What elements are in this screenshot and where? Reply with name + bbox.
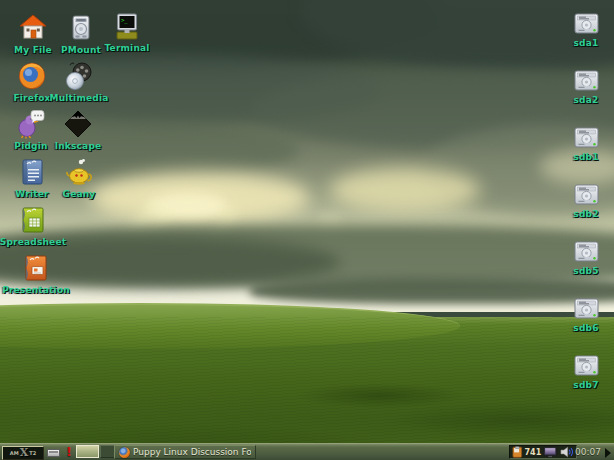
drive-label: sdb2 (573, 209, 598, 219)
system-tray: 741 (509, 445, 577, 459)
drive-mount-icon (66, 13, 96, 43)
icon-label: Presentation (2, 285, 70, 295)
icon-label: PMount (61, 45, 101, 55)
workspace-1[interactable] (76, 445, 99, 458)
hard-drive-icon (574, 298, 599, 319)
clock[interactable]: 00:07 (575, 447, 601, 457)
drive-label: sdb1 (573, 152, 598, 162)
drive-icon-sda2[interactable]: sda2 (562, 70, 610, 105)
drive-icon-sdb7[interactable]: sdb7 (562, 355, 610, 390)
icon-label: Writer (15, 189, 48, 199)
icon-label: Multimedia (50, 93, 109, 103)
pidgin-icon (16, 109, 46, 139)
hard-drive-icon (574, 127, 599, 148)
task-button-label: Puppy Linux Discussion For... (133, 447, 251, 457)
spreadsheet-icon (18, 205, 48, 235)
show-desktop-icon[interactable] (47, 449, 60, 457)
drive-icon-sdb5[interactable]: sdb5 (562, 241, 610, 276)
icon-label: My File (14, 45, 52, 55)
desktop-icon-geany[interactable]: Geany (51, 157, 107, 199)
hard-drive-icon (574, 70, 599, 91)
drive-label: sdb5 (573, 266, 598, 276)
drive-label: sda1 (574, 38, 599, 48)
drive-icon-sdb2[interactable]: sdb2 (562, 184, 610, 219)
hard-drive-icon (574, 184, 599, 205)
home-icon (18, 13, 48, 43)
desktop-icon-presentation[interactable]: Presentation (4, 253, 68, 295)
tray-expand-arrow-icon[interactable] (603, 447, 613, 458)
icon-label: Geany (63, 189, 96, 199)
firefox-icon (119, 447, 130, 458)
icon-label: Inkscape (55, 141, 102, 151)
menu-logo-x-icon: X (20, 448, 29, 458)
display-icon[interactable] (543, 446, 557, 458)
save-clipboard-icon[interactable] (512, 446, 523, 458)
hard-drive-icon (574, 13, 599, 34)
alert-icon[interactable]: ! (64, 444, 74, 460)
task-button-firefox[interactable]: Puppy Linux Discussion For... (114, 445, 256, 459)
menu-button[interactable]: AM X T2 (2, 446, 44, 460)
drive-icon-sdb1[interactable]: sdb1 (562, 127, 610, 162)
desktop-icon-terminal[interactable]: >_ Terminal (99, 11, 155, 53)
icon-label: Pidgin (14, 141, 47, 151)
hard-drive-icon (574, 355, 599, 376)
drive-label: sdb7 (573, 380, 598, 390)
drive-icon-sdb6[interactable]: sdb6 (562, 298, 610, 333)
drive-label: sdb6 (573, 323, 598, 333)
menu-logo-right: T2 (29, 450, 36, 456)
drive-label: sda2 (574, 95, 599, 105)
icon-label: Firefox (13, 93, 50, 103)
sun-glow (330, 168, 480, 212)
drive-icon-sda1[interactable]: sda1 (562, 13, 610, 48)
writer-icon (17, 157, 47, 187)
icon-label: Terminal (104, 43, 149, 53)
firefox-icon (17, 61, 47, 91)
grass-field (0, 317, 614, 460)
inkscape-icon (63, 109, 93, 139)
desktop-icon-multimedia[interactable]: Multimedia (51, 61, 107, 103)
svg-text:>_: >_ (121, 17, 128, 24)
desktop-icon-spreadsheet[interactable]: Spreadsheet (3, 205, 63, 247)
multimedia-icon (64, 61, 94, 91)
terminal-icon: >_ (112, 11, 142, 41)
menu-logo-left: AM (10, 450, 19, 456)
icon-label: Spreadsheet (0, 237, 66, 247)
presentation-icon (21, 253, 51, 283)
hard-drive-icon (574, 241, 599, 262)
volume-icon[interactable] (560, 446, 574, 458)
cloud-layer (250, 278, 614, 304)
geany-icon (64, 157, 94, 187)
desktop-icon-inkscape[interactable]: Inkscape (50, 109, 106, 151)
free-space-value[interactable]: 741 (525, 448, 542, 457)
taskbar: AM X T2 ! Puppy Linux Discussion For... … (0, 443, 614, 460)
